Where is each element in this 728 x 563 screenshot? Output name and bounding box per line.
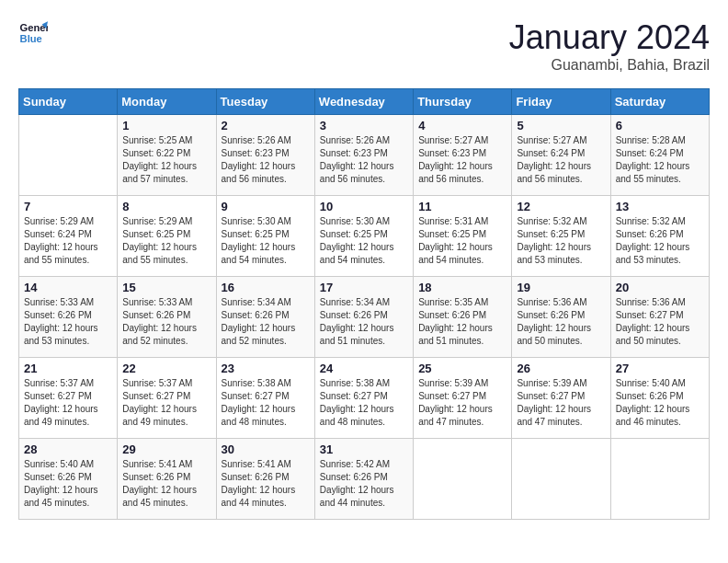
day-info: Sunrise: 5:35 AM Sunset: 6:26 PM Dayligh… xyxy=(418,296,506,348)
day-number: 17 xyxy=(320,281,408,294)
calendar-week-row: 7Sunrise: 5:29 AM Sunset: 6:24 PM Daylig… xyxy=(19,196,710,277)
day-info: Sunrise: 5:34 AM Sunset: 6:26 PM Dayligh… xyxy=(320,296,408,348)
day-number: 31 xyxy=(320,442,408,456)
day-number: 6 xyxy=(616,119,704,132)
calendar-cell: 4Sunrise: 5:27 AM Sunset: 6:23 PM Daylig… xyxy=(414,115,512,196)
day-info: Sunrise: 5:26 AM Sunset: 6:23 PM Dayligh… xyxy=(222,134,310,186)
calendar-table: SundayMondayTuesdayWednesdayThursdayFrid… xyxy=(18,88,710,520)
day-number: 7 xyxy=(24,200,112,213)
calendar-cell: 6Sunrise: 5:28 AM Sunset: 6:24 PM Daylig… xyxy=(610,115,709,196)
day-number: 14 xyxy=(24,281,112,294)
day-number: 10 xyxy=(320,200,408,213)
calendar-cell: 12Sunrise: 5:32 AM Sunset: 6:25 PM Dayli… xyxy=(512,196,610,277)
calendar-cell: 1Sunrise: 5:25 AM Sunset: 6:22 PM Daylig… xyxy=(118,115,216,196)
calendar-cell: 28Sunrise: 5:40 AM Sunset: 6:26 PM Dayli… xyxy=(19,439,118,520)
calendar-cell: 22Sunrise: 5:37 AM Sunset: 6:27 PM Dayli… xyxy=(118,358,216,439)
calendar-cell: 27Sunrise: 5:40 AM Sunset: 6:26 PM Dayli… xyxy=(610,358,709,439)
day-info: Sunrise: 5:38 AM Sunset: 6:27 PM Dayligh… xyxy=(222,377,310,429)
logo-icon: General Blue xyxy=(18,18,48,48)
calendar-cell: 24Sunrise: 5:38 AM Sunset: 6:27 PM Dayli… xyxy=(314,358,413,439)
calendar-cell: 26Sunrise: 5:39 AM Sunset: 6:27 PM Dayli… xyxy=(512,358,610,439)
day-number: 5 xyxy=(517,119,605,132)
day-number: 13 xyxy=(616,200,704,213)
day-info: Sunrise: 5:36 AM Sunset: 6:26 PM Dayligh… xyxy=(517,296,605,348)
day-info: Sunrise: 5:34 AM Sunset: 6:26 PM Dayligh… xyxy=(222,296,310,348)
calendar-subtitle: Guanambi, Bahia, Brazil xyxy=(509,57,710,74)
calendar-cell: 23Sunrise: 5:38 AM Sunset: 6:27 PM Dayli… xyxy=(216,358,314,439)
day-number: 3 xyxy=(320,119,408,132)
day-number: 4 xyxy=(418,119,506,132)
day-number: 12 xyxy=(517,200,605,213)
day-info: Sunrise: 5:27 AM Sunset: 6:24 PM Dayligh… xyxy=(517,134,605,186)
day-info: Sunrise: 5:36 AM Sunset: 6:27 PM Dayligh… xyxy=(616,296,704,348)
calendar-cell: 21Sunrise: 5:37 AM Sunset: 6:27 PM Dayli… xyxy=(19,358,118,439)
day-info: Sunrise: 5:29 AM Sunset: 6:25 PM Dayligh… xyxy=(122,215,210,267)
day-info: Sunrise: 5:32 AM Sunset: 6:25 PM Dayligh… xyxy=(517,215,605,267)
calendar-cell: 15Sunrise: 5:33 AM Sunset: 6:26 PM Dayli… xyxy=(118,277,216,358)
day-number: 24 xyxy=(320,362,408,375)
calendar-cell: 29Sunrise: 5:41 AM Sunset: 6:26 PM Dayli… xyxy=(118,439,216,520)
day-number: 20 xyxy=(616,281,704,294)
day-number: 11 xyxy=(418,200,506,213)
day-info: Sunrise: 5:33 AM Sunset: 6:26 PM Dayligh… xyxy=(24,296,112,348)
day-info: Sunrise: 5:40 AM Sunset: 6:26 PM Dayligh… xyxy=(616,377,704,429)
days-header-row: SundayMondayTuesdayWednesdayThursdayFrid… xyxy=(19,89,710,115)
day-info: Sunrise: 5:41 AM Sunset: 6:26 PM Dayligh… xyxy=(122,458,210,510)
day-info: Sunrise: 5:29 AM Sunset: 6:24 PM Dayligh… xyxy=(24,215,112,267)
day-number: 22 xyxy=(122,362,210,375)
day-number: 25 xyxy=(418,362,506,375)
day-info: Sunrise: 5:39 AM Sunset: 6:27 PM Dayligh… xyxy=(517,377,605,429)
logo: General Blue xyxy=(18,18,48,48)
calendar-week-row: 28Sunrise: 5:40 AM Sunset: 6:26 PM Dayli… xyxy=(19,439,710,520)
day-number: 2 xyxy=(222,119,310,132)
day-of-week-header: Wednesday xyxy=(314,89,413,115)
day-number: 23 xyxy=(222,362,310,375)
calendar-cell xyxy=(610,439,709,520)
day-number: 21 xyxy=(24,362,112,375)
calendar-cell: 3Sunrise: 5:26 AM Sunset: 6:23 PM Daylig… xyxy=(314,115,413,196)
calendar-cell: 2Sunrise: 5:26 AM Sunset: 6:23 PM Daylig… xyxy=(216,115,314,196)
day-info: Sunrise: 5:30 AM Sunset: 6:25 PM Dayligh… xyxy=(320,215,408,267)
calendar-cell: 7Sunrise: 5:29 AM Sunset: 6:24 PM Daylig… xyxy=(19,196,118,277)
day-of-week-header: Saturday xyxy=(610,89,709,115)
day-info: Sunrise: 5:27 AM Sunset: 6:23 PM Dayligh… xyxy=(418,134,506,186)
day-number: 29 xyxy=(122,442,210,456)
day-number: 16 xyxy=(222,281,310,294)
calendar-cell xyxy=(19,115,118,196)
day-number: 26 xyxy=(517,362,605,375)
calendar-cell: 31Sunrise: 5:42 AM Sunset: 6:26 PM Dayli… xyxy=(314,439,413,520)
calendar-cell: 18Sunrise: 5:35 AM Sunset: 6:26 PM Dayli… xyxy=(414,277,512,358)
day-info: Sunrise: 5:32 AM Sunset: 6:26 PM Dayligh… xyxy=(616,215,704,267)
calendar-week-row: 1Sunrise: 5:25 AM Sunset: 6:22 PM Daylig… xyxy=(19,115,710,196)
calendar-cell: 17Sunrise: 5:34 AM Sunset: 6:26 PM Dayli… xyxy=(314,277,413,358)
calendar-cell xyxy=(512,439,610,520)
calendar-cell: 16Sunrise: 5:34 AM Sunset: 6:26 PM Dayli… xyxy=(216,277,314,358)
calendar-cell: 20Sunrise: 5:36 AM Sunset: 6:27 PM Dayli… xyxy=(610,277,709,358)
day-number: 19 xyxy=(517,281,605,294)
day-of-week-header: Thursday xyxy=(414,89,512,115)
calendar-cell: 25Sunrise: 5:39 AM Sunset: 6:27 PM Dayli… xyxy=(414,358,512,439)
day-number: 9 xyxy=(222,200,310,213)
calendar-cell: 30Sunrise: 5:41 AM Sunset: 6:26 PM Dayli… xyxy=(216,439,314,520)
day-info: Sunrise: 5:33 AM Sunset: 6:26 PM Dayligh… xyxy=(122,296,210,348)
calendar-cell: 9Sunrise: 5:30 AM Sunset: 6:25 PM Daylig… xyxy=(216,196,314,277)
day-of-week-header: Monday xyxy=(118,89,216,115)
day-info: Sunrise: 5:41 AM Sunset: 6:26 PM Dayligh… xyxy=(222,458,310,510)
day-number: 27 xyxy=(616,362,704,375)
day-info: Sunrise: 5:28 AM Sunset: 6:24 PM Dayligh… xyxy=(616,134,704,186)
day-info: Sunrise: 5:42 AM Sunset: 6:26 PM Dayligh… xyxy=(320,458,408,510)
day-info: Sunrise: 5:40 AM Sunset: 6:26 PM Dayligh… xyxy=(24,458,112,510)
day-info: Sunrise: 5:39 AM Sunset: 6:27 PM Dayligh… xyxy=(418,377,506,429)
calendar-cell: 5Sunrise: 5:27 AM Sunset: 6:24 PM Daylig… xyxy=(512,115,610,196)
calendar-cell: 19Sunrise: 5:36 AM Sunset: 6:26 PM Dayli… xyxy=(512,277,610,358)
day-number: 28 xyxy=(24,442,112,456)
svg-text:Blue: Blue xyxy=(20,33,42,44)
calendar-week-row: 14Sunrise: 5:33 AM Sunset: 6:26 PM Dayli… xyxy=(19,277,710,358)
calendar-cell: 8Sunrise: 5:29 AM Sunset: 6:25 PM Daylig… xyxy=(118,196,216,277)
day-of-week-header: Tuesday xyxy=(216,89,314,115)
calendar-title: January 2024 xyxy=(509,18,710,57)
calendar-week-row: 21Sunrise: 5:37 AM Sunset: 6:27 PM Dayli… xyxy=(19,358,710,439)
day-info: Sunrise: 5:38 AM Sunset: 6:27 PM Dayligh… xyxy=(320,377,408,429)
page-header: General Blue January 2024 Guanambi, Bahi… xyxy=(18,18,710,74)
day-info: Sunrise: 5:31 AM Sunset: 6:25 PM Dayligh… xyxy=(418,215,506,267)
